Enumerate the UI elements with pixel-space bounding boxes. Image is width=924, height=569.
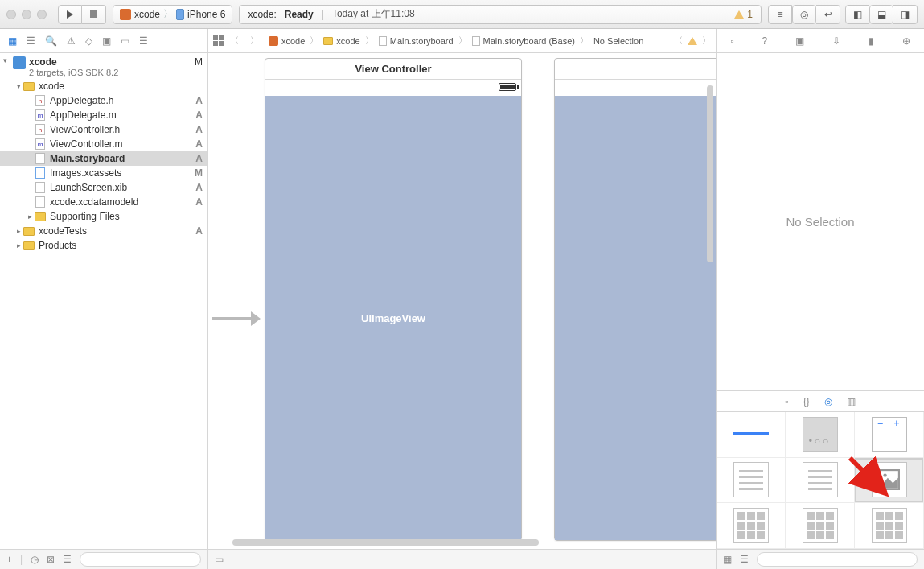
object-library-grid[interactable]: •○○−+ bbox=[717, 412, 924, 549]
scm-filter-button[interactable]: ⊠ bbox=[47, 554, 55, 565]
issues-back[interactable]: 〈 bbox=[674, 35, 683, 47]
tree-item-launchscreen-xib[interactable]: LaunchScreen.xibA bbox=[0, 180, 207, 195]
status-warning[interactable]: 1 bbox=[734, 9, 753, 20]
folder-icon bbox=[323, 37, 333, 45]
size-inspector-tab[interactable]: ▮ bbox=[869, 35, 874, 47]
view-controller-2[interactable]: View Contro UIImageVi bbox=[554, 58, 716, 541]
disclosure-triangle[interactable]: ▸ bbox=[26, 212, 34, 221]
quick-help-tab[interactable]: ? bbox=[762, 35, 768, 47]
library-item-slider[interactable] bbox=[717, 412, 786, 458]
tree-item-xcode[interactable]: ▾xcode bbox=[0, 79, 207, 93]
canvas-hscrollbar[interactable] bbox=[232, 539, 539, 546]
breadcrumb-4[interactable]: No Selection bbox=[590, 36, 647, 46]
breakpoint-navigator-tab[interactable]: ▭ bbox=[121, 35, 129, 47]
window-traffic-lights[interactable] bbox=[6, 10, 47, 19]
test-navigator-tab[interactable]: ◇ bbox=[85, 35, 92, 47]
symbol-navigator-tab[interactable]: ☰ bbox=[27, 35, 35, 47]
folder-icon bbox=[23, 225, 35, 237]
back-button[interactable]: 〈 bbox=[225, 35, 244, 47]
file-template-library-tab[interactable]: ▫ bbox=[785, 396, 788, 407]
jump-bar[interactable]: 〈 〉 xcode 〉 xcode 〉 Main.storyboard 〉 Ma… bbox=[208, 29, 716, 52]
add-button[interactable]: + bbox=[6, 554, 12, 565]
run-button[interactable] bbox=[58, 5, 82, 24]
breadcrumb-1[interactable]: xcode bbox=[320, 36, 363, 46]
vc1-title: View Controller bbox=[265, 59, 521, 80]
warning-icon bbox=[734, 10, 744, 19]
scheme-selector[interactable]: xcode 〉 iPhone 6 bbox=[113, 5, 232, 24]
library-item-page[interactable]: •○○ bbox=[786, 412, 855, 458]
tree-item-appdelegate-m[interactable]: mAppDelegate.mA bbox=[0, 108, 207, 122]
disclosure-triangle[interactable]: ▸ bbox=[14, 241, 23, 249]
tree-item-viewcontroller-m[interactable]: mViewController.mA bbox=[0, 137, 207, 151]
storyboard-canvas[interactable]: View Controller UIImageView View Contro … bbox=[208, 53, 716, 549]
keys2-icon bbox=[803, 508, 838, 543]
toggle-debug-button[interactable]: ⬓ bbox=[869, 5, 893, 24]
warning-icon[interactable] bbox=[688, 37, 697, 45]
toggle-navigator-button[interactable]: ◧ bbox=[845, 5, 869, 24]
disclosure-triangle[interactable]: ▾ bbox=[14, 82, 23, 90]
tree-item-appdelegate-h[interactable]: hAppDelegate.hA bbox=[0, 93, 207, 108]
zoom-window-dot[interactable] bbox=[37, 10, 47, 19]
navigator-bottom-bar: + | ◷ ⊠ ☰ bbox=[0, 550, 208, 569]
issues-forward[interactable]: 〉 bbox=[702, 35, 711, 47]
tree-item-supporting-files[interactable]: ▸Supporting Files bbox=[0, 209, 207, 224]
library-item-stepper[interactable]: −+ bbox=[855, 412, 924, 458]
breadcrumb-0[interactable]: xcode bbox=[265, 36, 308, 46]
library-item-lines[interactable] bbox=[717, 458, 786, 504]
identity-inspector-tab[interactable]: ▣ bbox=[795, 35, 804, 47]
object-library-tab[interactable]: ◎ bbox=[824, 396, 832, 407]
scheme-device-label: iPhone 6 bbox=[187, 9, 225, 20]
breadcrumb-3[interactable]: Main.storyboard (Base) bbox=[469, 36, 578, 46]
library-item-keys3[interactable] bbox=[855, 503, 924, 549]
media-library-tab[interactable]: ▥ bbox=[847, 396, 856, 407]
library-item-lines2[interactable] bbox=[786, 458, 855, 504]
m-icon: m bbox=[34, 109, 47, 121]
attributes-inspector-tab[interactable]: ⇩ bbox=[832, 35, 840, 47]
project-navigator-tab[interactable]: ▦ bbox=[8, 35, 17, 47]
connections-inspector-tab[interactable]: ⊕ bbox=[902, 35, 910, 47]
library-grid-view-button[interactable]: ▦ bbox=[723, 554, 732, 565]
library-filter-input[interactable] bbox=[757, 552, 918, 567]
forward-button[interactable]: 〉 bbox=[245, 35, 264, 47]
minimize-window-dot[interactable] bbox=[22, 10, 31, 19]
recent-filter-button[interactable]: ◷ bbox=[31, 554, 39, 565]
version-editor-button[interactable]: ↩ bbox=[816, 5, 840, 24]
document-outline-toggle[interactable]: ▭ bbox=[215, 554, 224, 565]
close-window-dot[interactable] bbox=[6, 10, 16, 19]
tree-item-xcodetests[interactable]: ▸xcodeTestsA bbox=[0, 224, 207, 238]
breadcrumb-2[interactable]: Main.storyboard bbox=[376, 36, 457, 46]
related-items-icon[interactable] bbox=[213, 35, 224, 46]
library-item-img[interactable] bbox=[855, 458, 924, 504]
tree-item-main-storyboard[interactable]: Main.storyboardA bbox=[0, 151, 207, 166]
tree-item-xcode-xcdatamodeld[interactable]: xcode.xcdatamodeldA bbox=[0, 195, 207, 209]
disclosure-triangle[interactable]: ▸ bbox=[14, 227, 23, 235]
tree-item-products[interactable]: ▸Products bbox=[0, 238, 207, 253]
tree-item-viewcontroller-h[interactable]: hViewController.hA bbox=[0, 122, 207, 137]
code-snippet-library-tab[interactable]: {} bbox=[803, 396, 810, 407]
toggle-utilities-button[interactable]: ◨ bbox=[893, 5, 918, 24]
canvas-vscrollbar[interactable] bbox=[707, 85, 713, 262]
stop-button[interactable] bbox=[82, 5, 106, 24]
tree-item-images-xcassets[interactable]: Images.xcassetsM bbox=[0, 166, 207, 180]
library-item-keys2[interactable] bbox=[786, 503, 855, 549]
view-controller-1[interactable]: View Controller UIImageView bbox=[265, 58, 522, 541]
file-inspector-tab[interactable]: ▫ bbox=[730, 35, 733, 47]
library-item-keys[interactable] bbox=[717, 503, 786, 549]
debug-navigator-tab[interactable]: ▣ bbox=[102, 35, 111, 47]
project-header[interactable]: ▾ xcode 2 targets, iOS SDK 8.2 M bbox=[0, 53, 207, 79]
phone-icon bbox=[176, 9, 184, 20]
navigator-filter-input[interactable] bbox=[80, 552, 201, 567]
library-list-view-button[interactable]: ☰ bbox=[740, 554, 749, 565]
standard-editor-button[interactable]: ≡ bbox=[768, 5, 792, 24]
issue-navigator-tab[interactable]: ⚠ bbox=[67, 35, 76, 47]
project-navigator[interactable]: ▾ xcode 2 targets, iOS SDK 8.2 M ▾xcodeh… bbox=[0, 53, 208, 549]
vc1-imageview[interactable]: UIImageView bbox=[265, 96, 521, 540]
report-navigator-tab[interactable]: ☰ bbox=[139, 35, 148, 47]
filter-button[interactable]: ☰ bbox=[63, 554, 72, 565]
assistant-editor-button[interactable]: ◎ bbox=[792, 5, 816, 24]
file-name: ViewController.m bbox=[50, 138, 190, 150]
find-navigator-tab[interactable]: 🔍 bbox=[45, 35, 57, 47]
scm-status: A bbox=[190, 109, 203, 121]
vc1-statusbar bbox=[265, 80, 521, 96]
vc2-imageview[interactable]: UIImageVi bbox=[555, 96, 716, 540]
